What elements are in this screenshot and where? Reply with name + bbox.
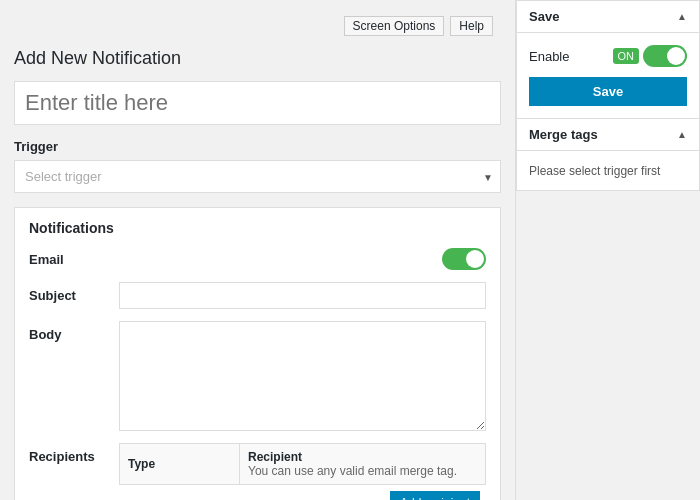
merge-tags-title: Merge tags	[529, 127, 598, 142]
save-box-title: Save	[529, 9, 559, 24]
notifications-section: Notifications Email Subject Body	[14, 207, 501, 500]
body-row: Body	[29, 321, 486, 431]
merge-tags-hint: Please select trigger first	[529, 164, 660, 178]
page-title: Add New Notification	[14, 48, 501, 69]
save-box: Save ▲ Enable ON Save	[516, 0, 700, 119]
enable-label: Enable	[529, 49, 569, 64]
chevron-up-icon: ▲	[677, 11, 687, 22]
enable-toggle[interactable]	[643, 45, 687, 67]
merge-tags-box: Merge tags ▲ Please select trigger first	[516, 119, 700, 191]
subject-label: Subject	[29, 282, 119, 303]
notification-title-input[interactable]	[14, 81, 501, 125]
trigger-section: Trigger Select trigger ▼	[14, 139, 501, 193]
save-box-body: Enable ON Save	[517, 33, 699, 118]
add-recipient-button[interactable]: Add recipient	[390, 491, 480, 500]
save-button[interactable]: Save	[529, 77, 687, 106]
enable-toggle-wrap: ON	[613, 45, 688, 67]
col-recipient-header: Recipient You can use any valid email me…	[240, 444, 486, 485]
trigger-label: Trigger	[14, 139, 501, 154]
notifications-label: Notifications	[29, 220, 486, 236]
on-label: ON	[613, 48, 640, 64]
email-toggle[interactable]	[442, 248, 486, 270]
col-type-header: Type	[120, 444, 240, 485]
subject-input[interactable]	[119, 282, 486, 309]
merge-tags-header: Merge tags ▲	[517, 119, 699, 151]
sidebar: Save ▲ Enable ON Save	[515, 0, 700, 500]
body-textarea[interactable]	[119, 321, 486, 431]
save-box-header: Save ▲	[517, 1, 699, 33]
help-button[interactable]: Help	[450, 16, 493, 36]
recipient-desc: You can use any valid email merge tag.	[248, 464, 477, 478]
email-label: Email	[29, 252, 64, 267]
enable-row: Enable ON	[529, 45, 687, 67]
trigger-select-wrap: Select trigger ▼	[14, 160, 501, 193]
recipients-row: Recipients Type Recipient You can use an…	[29, 443, 486, 500]
merge-tags-body: Please select trigger first	[517, 151, 699, 190]
trigger-select[interactable]: Select trigger	[14, 160, 501, 193]
subject-row: Subject	[29, 282, 486, 309]
add-recipient-row: Add recipient	[119, 485, 486, 500]
email-row: Email	[29, 248, 486, 270]
body-label: Body	[29, 321, 119, 342]
screen-options-button[interactable]: Screen Options	[344, 16, 445, 36]
recipients-label: Recipients	[29, 443, 119, 464]
recipients-table: Type Recipient You can use any valid ema…	[119, 443, 486, 485]
chevron-up-icon-merge: ▲	[677, 129, 687, 140]
